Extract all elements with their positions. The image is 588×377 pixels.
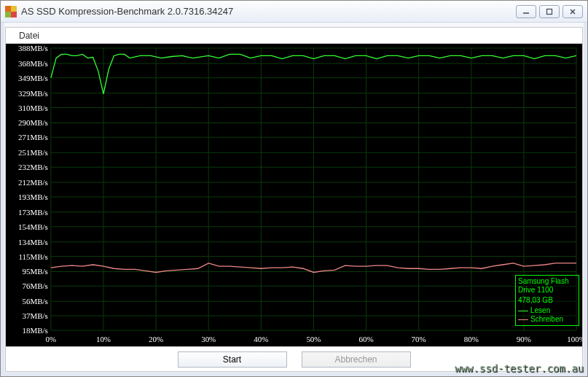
- legend-read-swatch: [518, 311, 528, 311]
- legend-write-label: Schreiben: [530, 315, 563, 324]
- svg-text:90%: 90%: [517, 335, 531, 343]
- svg-text:76MB/s: 76MB/s: [23, 281, 48, 290]
- legend-box: Samsung Flash Drive 1100 478,03 GB Lesen…: [515, 275, 579, 326]
- legend-read: Lesen: [518, 306, 576, 315]
- maximize-icon: [546, 8, 553, 15]
- svg-text:37MB/s: 37MB/s: [23, 311, 48, 320]
- svg-text:10%: 10%: [96, 335, 111, 343]
- start-button[interactable]: Start: [178, 351, 287, 368]
- svg-text:80%: 80%: [464, 335, 479, 343]
- legend-size: 478,03 GB: [518, 296, 576, 305]
- svg-text:212MB/s: 212MB/s: [18, 178, 48, 187]
- svg-text:193MB/s: 193MB/s: [18, 193, 48, 201]
- svg-text:271MB/s: 271MB/s: [18, 133, 48, 141]
- svg-text:40%: 40%: [254, 335, 268, 343]
- chart-area: 18MB/s37MB/s56MB/s76MB/s95MB/s115MB/s134…: [6, 44, 582, 346]
- minimize-icon: [522, 8, 530, 15]
- menubar: Datei: [6, 28, 582, 44]
- svg-text:251MB/s: 251MB/s: [18, 148, 48, 157]
- svg-text:368MB/s: 368MB/s: [18, 59, 48, 68]
- maximize-button[interactable]: [539, 5, 560, 18]
- titlebar[interactable]: AS SSD Kompression-Benchmark 2.0.7316.34…: [1, 1, 587, 23]
- close-button[interactable]: [562, 5, 583, 18]
- button-row: Start Abbrechen: [6, 346, 582, 371]
- compression-chart: 18MB/s37MB/s56MB/s76MB/s95MB/s115MB/s134…: [6, 44, 582, 346]
- minimize-button[interactable]: [516, 5, 536, 18]
- app-icon: [5, 6, 17, 18]
- svg-rect-1: [547, 9, 552, 14]
- svg-text:50%: 50%: [306, 335, 321, 343]
- svg-text:329MB/s: 329MB/s: [18, 89, 48, 98]
- svg-text:100%: 100%: [567, 335, 582, 343]
- app-window: AS SSD Kompression-Benchmark 2.0.7316.34…: [0, 0, 588, 377]
- svg-text:30%: 30%: [201, 335, 216, 343]
- svg-text:134MB/s: 134MB/s: [18, 238, 48, 246]
- svg-text:0%: 0%: [46, 335, 57, 343]
- svg-text:232MB/s: 232MB/s: [18, 163, 48, 171]
- svg-text:310MB/s: 310MB/s: [18, 104, 48, 112]
- legend-device: Samsung Flash Drive 1100: [518, 277, 576, 295]
- legend-write-swatch: [518, 319, 528, 320]
- svg-text:60%: 60%: [359, 335, 374, 343]
- svg-text:290MB/s: 290MB/s: [18, 118, 48, 127]
- close-icon: [569, 8, 576, 15]
- svg-text:115MB/s: 115MB/s: [18, 252, 47, 260]
- menu-file[interactable]: Datei: [13, 29, 45, 42]
- svg-text:95MB/s: 95MB/s: [23, 267, 48, 276]
- svg-text:18MB/s: 18MB/s: [23, 326, 48, 335]
- svg-text:70%: 70%: [412, 335, 426, 343]
- svg-text:349MB/s: 349MB/s: [18, 74, 48, 82]
- svg-text:20%: 20%: [149, 335, 163, 343]
- window-title: AS SSD Kompression-Benchmark 2.0.7316.34…: [21, 6, 516, 17]
- legend-write: Schreiben: [518, 315, 576, 324]
- svg-text:388MB/s: 388MB/s: [18, 44, 48, 53]
- abort-button[interactable]: Abbrechen: [302, 351, 411, 368]
- svg-text:154MB/s: 154MB/s: [18, 222, 48, 231]
- svg-text:173MB/s: 173MB/s: [18, 208, 48, 217]
- legend-read-label: Lesen: [530, 306, 550, 315]
- window-controls: [516, 5, 583, 18]
- client-area: Datei 18MB/s37MB/s56MB/s76MB/s95MB/s115M…: [5, 27, 583, 372]
- svg-text:56MB/s: 56MB/s: [23, 297, 48, 306]
